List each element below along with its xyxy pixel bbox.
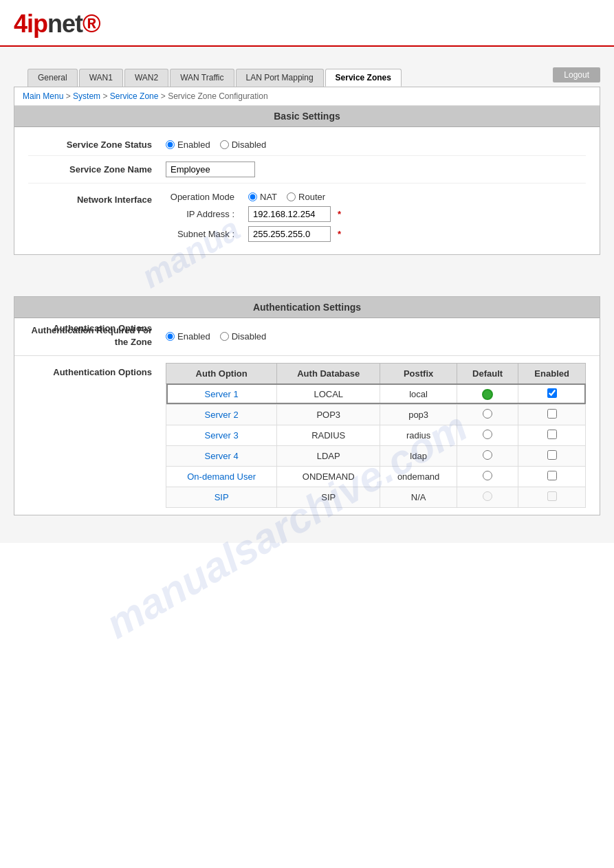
ondemand-enabled-checkbox[interactable]	[547, 471, 557, 480]
table-row: SIP SIP N/A	[166, 487, 586, 507]
col-auth-option: Auth Option	[166, 363, 277, 383]
status-enabled-label: Enabled	[177, 140, 210, 150]
sip-enabled-checkbox	[547, 491, 557, 501]
server3-postfix: radius	[380, 425, 457, 445]
auth-required-value: Enabled Disabled	[166, 331, 586, 342]
server1-default-icon	[482, 389, 493, 400]
ondemand-db: ONDEMAND	[277, 466, 380, 487]
server4-db: LDAP	[277, 445, 380, 466]
auth-options-left-label: Authentication Options	[28, 363, 166, 508]
server4-postfix: ldap	[380, 445, 457, 466]
server1-postfix: local	[380, 383, 457, 404]
auth-options-label-visible: Authentication Options	[28, 363, 166, 377]
table-row: Server 2 POP3 pop3	[166, 404, 586, 425]
tab-wan2[interactable]: WAN2	[124, 69, 168, 87]
service-zone-status-value: Enabled Disabled	[166, 140, 586, 150]
server1-link[interactable]: Server 1	[205, 389, 239, 399]
tab-lan-port-mapping[interactable]: LAN Port Mapping	[236, 69, 324, 87]
router-label: Router	[298, 192, 325, 202]
col-postfix: Postfix	[380, 363, 457, 383]
auth-options-label: Authentication Options	[28, 322, 152, 335]
table-row: Server 3 RADIUS radius	[166, 425, 586, 445]
service-zone-name-value	[166, 162, 586, 177]
tab-wan-traffic[interactable]: WAN Traffic	[170, 69, 234, 87]
auth-disabled-radio[interactable]: Disabled	[220, 331, 267, 342]
server2-default-radio[interactable]	[483, 409, 492, 419]
nat-radio[interactable]: NAT	[248, 192, 277, 202]
tabs-container: General WAN1 WAN2 WAN Traffic LAN Port M…	[14, 60, 600, 87]
operation-mode-label: Operation Mode	[166, 192, 234, 202]
ondemand-link[interactable]: On-demand User	[187, 471, 256, 482]
tab-service-zones[interactable]: Service Zones	[325, 69, 402, 87]
server3-enabled-checkbox[interactable]	[547, 430, 557, 439]
router-radio[interactable]: Router	[287, 192, 325, 202]
server2-enabled-checkbox[interactable]	[547, 409, 557, 419]
subnet-mask-input[interactable]	[248, 226, 331, 242]
auth-enabled-label: Enabled	[177, 331, 210, 342]
service-zone-name-label: Service Zone Name	[28, 164, 166, 175]
server2-postfix: pop3	[380, 404, 457, 425]
table-row: On-demand User ONDEMAND ondemand	[166, 466, 586, 487]
auth-disabled-label: Disabled	[232, 331, 267, 342]
network-interface-value: Operation Mode NAT Router	[166, 192, 586, 242]
breadcrumb-service-zone[interactable]: Service Zone	[110, 91, 159, 101]
table-row: Server 4 LDAP ldap	[166, 445, 586, 466]
logo: 4ipnet®	[14, 10, 600, 38]
logout-button[interactable]: Logout	[553, 67, 600, 82]
subnet-mask-label: Subnet Mask :	[166, 229, 234, 239]
ip-address-input[interactable]	[248, 206, 331, 222]
ip-asterisk: *	[338, 209, 341, 219]
basic-settings-panel: Main Menu > System > Service Zone > Serv…	[14, 87, 600, 255]
server1-db: LOCAL	[277, 383, 380, 404]
col-default: Default	[457, 363, 518, 383]
server2-db: POP3	[277, 404, 380, 425]
server3-default-radio[interactable]	[483, 430, 492, 439]
service-zone-name-input[interactable]	[166, 162, 255, 177]
auth-options-table: Auth Option Auth Database Postfix Defaul…	[166, 363, 586, 508]
service-zone-status-label: Service Zone Status	[28, 140, 166, 150]
auth-settings-panel: Authentication Settings Authentication R…	[14, 296, 600, 515]
breadcrumb-current: Service Zone Configuration	[168, 91, 267, 101]
auth-enabled-radio[interactable]: Enabled	[166, 331, 210, 342]
tab-wan1[interactable]: WAN1	[79, 69, 123, 87]
logo-text: 4ipnet®	[14, 10, 100, 38]
sip-default-radio	[483, 491, 492, 501]
network-interface-label: Network Interface	[28, 192, 166, 205]
ondemand-default-radio[interactable]	[483, 471, 492, 480]
auth-settings-title: Authentication Settings	[14, 297, 600, 318]
server3-db: RADIUS	[277, 425, 380, 445]
server4-link[interactable]: Server 4	[205, 451, 239, 461]
server4-default-radio[interactable]	[483, 450, 492, 460]
breadcrumb-system[interactable]: System	[73, 91, 100, 101]
server3-link[interactable]: Server 3	[205, 430, 239, 441]
sip-link[interactable]: SIP	[215, 492, 229, 502]
basic-settings-title: Basic Settings	[14, 106, 600, 127]
status-disabled-label: Disabled	[232, 140, 267, 150]
breadcrumb-main-menu[interactable]: Main Menu	[23, 91, 63, 101]
breadcrumb: Main Menu > System > Service Zone > Serv…	[14, 87, 600, 106]
status-enabled-radio[interactable]: Enabled	[166, 140, 210, 150]
status-disabled-radio[interactable]: Disabled	[220, 140, 267, 150]
col-enabled: Enabled	[518, 363, 586, 383]
server2-link[interactable]: Server 2	[205, 410, 239, 420]
table-row: Server 1 LOCAL local	[166, 383, 586, 404]
col-auth-database: Auth Database	[277, 363, 380, 383]
subnet-asterisk: *	[338, 229, 341, 239]
server1-enabled-checkbox[interactable]	[547, 388, 557, 398]
sip-postfix: N/A	[380, 487, 457, 507]
tab-general[interactable]: General	[28, 69, 78, 87]
ondemand-postfix: ondemand	[380, 466, 457, 487]
sip-db: SIP	[277, 487, 380, 507]
server4-enabled-checkbox[interactable]	[547, 450, 557, 460]
nat-label: NAT	[260, 192, 277, 202]
ip-address-label: IP Address :	[166, 209, 234, 219]
